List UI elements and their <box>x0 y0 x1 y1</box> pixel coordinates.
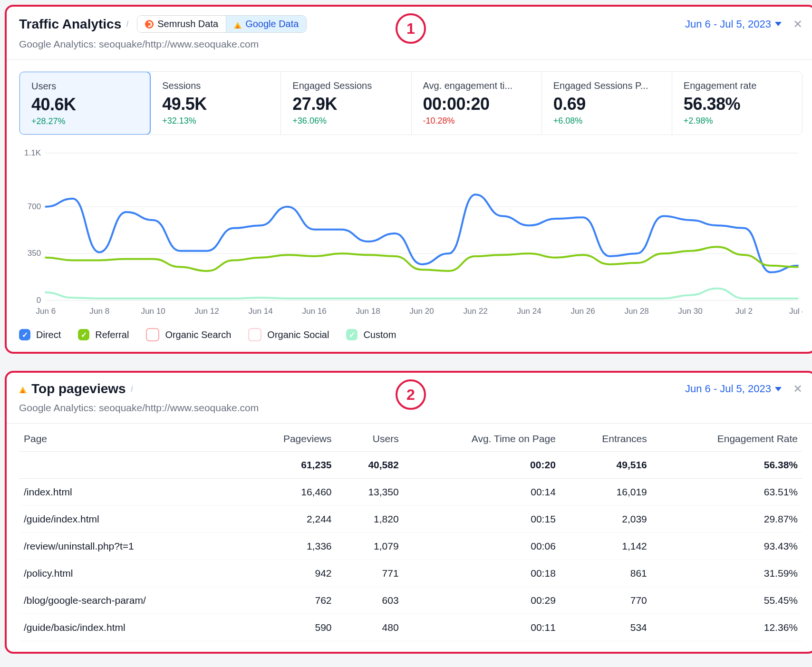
date-range-picker[interactable]: Jun 6 - Jul 5, 2023 <box>685 18 782 30</box>
chevron-down-icon <box>775 387 782 391</box>
cell <box>19 452 240 479</box>
cell: 534 <box>561 614 652 641</box>
table-row[interactable]: /guide/index.html2,2441,82000:152,03929.… <box>19 506 802 533</box>
col-users[interactable]: Users <box>337 426 404 452</box>
svg-text:Jun 14: Jun 14 <box>249 307 273 316</box>
metric-delta: +2.98% <box>684 116 791 126</box>
table-row[interactable]: /guide/basic/index.html59048000:1153412.… <box>19 614 802 641</box>
cell: 63.51% <box>652 479 802 506</box>
traffic-chart: 03507001.1KJun 6Jun 8Jun 10Jun 12Jun 14J… <box>19 148 802 319</box>
svg-text:Jul 4: Jul 4 <box>789 307 802 316</box>
svg-text:350: 350 <box>28 249 41 258</box>
cell: /review/uninstall.php?t=1 <box>19 533 240 560</box>
metric-engaged-sessions-p[interactable]: Engaged Sessions P...0.69+6.08% <box>541 72 672 135</box>
cell: 1,336 <box>240 533 337 560</box>
top-pageviews-card: 2 Top pageviews i Jun 6 - Jul 5, 2023 ✕ … <box>5 371 812 654</box>
svg-text:Jun 12: Jun 12 <box>195 307 219 316</box>
svg-text:700: 700 <box>28 202 41 211</box>
table-row[interactable]: /index.html16,46013,35000:1416,01963.51% <box>19 479 802 506</box>
semrush-icon <box>145 20 154 29</box>
metric-delta: -10.28% <box>423 116 530 126</box>
col-engagement-rate[interactable]: Engagement Rate <box>652 426 802 452</box>
cell: 16,019 <box>561 479 652 506</box>
legend-custom[interactable]: ✓Custom <box>346 328 396 341</box>
metric-value: 49.5K <box>162 94 269 114</box>
svg-text:Jun 16: Jun 16 <box>302 307 327 316</box>
metric-users[interactable]: Users40.6K+28.27% <box>19 71 151 135</box>
cell: 56.38% <box>652 452 802 479</box>
svg-text:Jun 6: Jun 6 <box>36 307 56 316</box>
traffic-analytics-title: Traffic Analytics i <box>19 17 128 32</box>
metric-value: 00:00:20 <box>423 94 530 114</box>
cell: 861 <box>561 560 652 587</box>
metric-delta: +36.06% <box>292 116 399 126</box>
legend-direct[interactable]: ✓Direct <box>19 328 61 341</box>
cell: /index.html <box>19 479 240 506</box>
legend-referral[interactable]: ✓Referral <box>78 328 129 341</box>
svg-text:Jun 18: Jun 18 <box>356 307 380 316</box>
cell: 55.45% <box>652 587 802 614</box>
svg-text:Jun 26: Jun 26 <box>570 307 595 316</box>
tab-google-label: Google Data <box>245 19 299 29</box>
close-icon[interactable]: ✕ <box>793 19 802 30</box>
metric-value: 56.38% <box>684 94 791 114</box>
close-icon[interactable]: ✕ <box>793 383 802 395</box>
metrics-row: Users40.6K+28.27%Sessions49.5K+32.13%Eng… <box>19 71 802 135</box>
cell: 480 <box>337 614 404 641</box>
info-icon[interactable]: i <box>126 19 128 29</box>
cell: 1,820 <box>337 506 404 533</box>
metric-engagement-rate[interactable]: Engagement rate56.38%+2.98% <box>672 72 802 135</box>
cell: 00:11 <box>404 614 561 641</box>
legend-checkbox: ✓ <box>78 329 89 340</box>
metric-label: Engagement rate <box>684 80 791 91</box>
metric-label: Engaged Sessions P... <box>553 80 660 91</box>
metric-delta: +32.13% <box>162 116 269 126</box>
svg-text:Jun 24: Jun 24 <box>517 307 541 316</box>
series-direct <box>46 194 798 272</box>
cell: /policy.html <box>19 560 240 587</box>
legend-organic-social[interactable]: Organic Social <box>248 328 329 341</box>
metric-avg-engagement-ti[interactable]: Avg. engagement ti...00:00:20-10.28% <box>411 72 541 135</box>
col-pageviews[interactable]: Pageviews <box>240 426 337 452</box>
col-entrances[interactable]: Entrances <box>561 426 652 452</box>
data-source-toggle: Semrush Data Google Data <box>137 15 307 33</box>
table-row[interactable]: /blog/google-search-param/76260300:29770… <box>19 587 802 614</box>
table-row[interactable]: /policy.html94277100:1886131.59% <box>19 560 802 587</box>
metric-engaged-sessions[interactable]: Engaged Sessions27.9K+36.06% <box>280 72 411 135</box>
series-custom <box>46 289 798 299</box>
cell: 00:20 <box>404 452 561 479</box>
svg-text:Jun 8: Jun 8 <box>89 307 109 316</box>
legend-label: Direct <box>36 329 61 340</box>
cell: 00:14 <box>404 479 561 506</box>
legend-organic-search[interactable]: Organic Search <box>146 328 231 341</box>
col-avg-time-on-page[interactable]: Avg. Time on Page <box>404 426 561 452</box>
legend-checkbox <box>248 328 261 341</box>
annotation-badge-1: 1 <box>396 13 426 44</box>
table-row[interactable]: /review/uninstall.php?t=11,3361,07900:06… <box>19 533 802 560</box>
svg-text:0: 0 <box>37 296 41 305</box>
metric-value: 0.69 <box>553 94 660 114</box>
tab-semrush-label: Semrush Data <box>157 19 218 29</box>
cell: 00:18 <box>404 560 561 587</box>
cell: 61,235 <box>240 452 337 479</box>
cell: 771 <box>337 560 404 587</box>
traffic-analytics-card: 1 Traffic Analytics i Semrush Data Googl… <box>5 5 812 354</box>
col-page[interactable]: Page <box>19 426 240 452</box>
tab-google-data[interactable]: Google Data <box>226 16 306 32</box>
svg-text:Jul 2: Jul 2 <box>735 307 753 316</box>
series-referral <box>46 247 798 271</box>
svg-text:1.1K: 1.1K <box>24 148 41 157</box>
legend-checkbox <box>146 328 159 341</box>
metric-delta: +6.08% <box>553 116 660 126</box>
cell: 762 <box>240 587 337 614</box>
info-icon[interactable]: i <box>131 384 133 394</box>
top-pageviews-title: Top pageviews i <box>19 381 133 396</box>
date-range-picker[interactable]: Jun 6 - Jul 5, 2023 <box>685 383 782 395</box>
cell: 00:15 <box>404 506 561 533</box>
legend-label: Organic Search <box>165 329 231 340</box>
cell: 770 <box>561 587 652 614</box>
tab-semrush-data[interactable]: Semrush Data <box>137 16 226 32</box>
table-totals-row: 61,23540,58200:2049,51656.38% <box>19 452 802 479</box>
chart-legend: ✓Direct✓ReferralOrganic SearchOrganic So… <box>19 328 802 341</box>
metric-sessions[interactable]: Sessions49.5K+32.13% <box>150 72 280 135</box>
